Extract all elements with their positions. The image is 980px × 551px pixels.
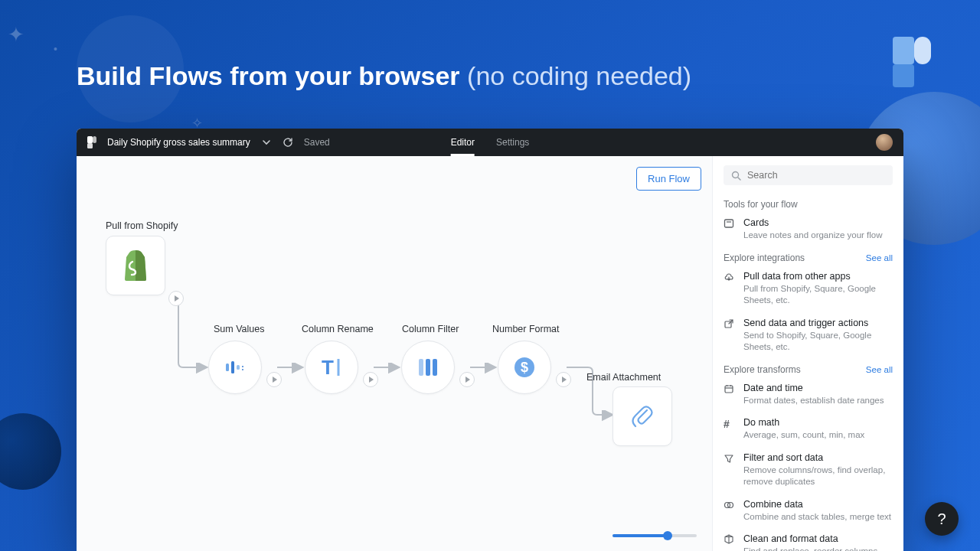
node-label-sum: Sum Values [214,324,264,334]
search-box[interactable] [724,165,893,185]
node-email-attachment[interactable] [612,386,672,446]
item-do-math[interactable]: # Do mathAverage, sum, count, min, max [724,417,893,442]
sum-icon [222,354,248,380]
tools-sidebar: Tools for your flow CardsLeave notes and… [712,156,903,551]
node-output-handle[interactable] [363,372,378,387]
node-pull-shopify[interactable] [106,236,165,295]
node-column-filter[interactable] [401,341,455,394]
saved-status: Saved [304,137,330,148]
node-label-pull: Pull from Shopify [106,220,178,231]
svg-rect-8 [237,365,240,370]
svg-rect-13 [419,359,423,376]
section-integrations: Explore integrationsSee all [724,253,893,263]
sparkle-icon: • [54,43,57,55]
page-headline: Build Flows from your browser (no coding… [77,61,691,91]
svg-text:T: T [322,356,334,379]
calendar-icon [724,383,736,407]
headline-main: Build Flows from your browser [77,61,460,90]
node-label-rename: Column Rename [302,324,374,334]
svg-point-18 [733,171,739,178]
search-icon [731,171,741,181]
download-cloud-icon [724,271,736,307]
app-window: Daily Shopify gross sales summary Saved … [77,129,903,551]
node-output-handle[interactable] [168,291,184,306]
item-filter-sort[interactable]: Filter and sort dataRemove columns/rows,… [724,452,893,488]
flow-title: Daily Shopify gross sales summary [107,137,250,148]
svg-rect-6 [226,364,229,371]
flow-canvas[interactable]: Run Flow Pull from Shopify Sum Values [77,156,712,551]
svg-rect-10 [242,369,243,370]
text-rename-icon: T [318,354,345,380]
node-label-number: Number Format [492,324,560,334]
svg-rect-0 [893,37,914,64]
tab-settings[interactable]: Settings [496,129,529,156]
node-output-handle[interactable] [556,372,571,387]
dollar-icon: $ [511,354,537,380]
node-label-email: Email Attachment [586,372,661,383]
svg-rect-1 [914,37,931,64]
section-tools: Tools for your flow [724,199,893,210]
app-logo-icon [87,136,96,148]
item-clean-format[interactable]: Clean and format dataFind and replace, r… [724,533,893,551]
item-send-data[interactable]: Send data and trigger actionsSend to Sho… [724,318,893,354]
card-icon [724,217,736,242]
tab-editor[interactable]: Editor [451,129,475,156]
refresh-icon[interactable] [283,137,293,148]
zoom-slider[interactable] [612,534,697,537]
cube-icon [724,533,736,551]
see-all-integrations[interactable]: See all [866,253,893,262]
item-date-time[interactable]: Date and timeFormat dates, establish dat… [724,383,893,407]
node-sum-values[interactable] [208,341,262,394]
avatar[interactable] [876,134,893,151]
parabola-logo [893,37,931,90]
combine-icon [724,499,736,523]
svg-rect-9 [242,366,243,367]
section-transforms: Explore transformsSee all [724,364,893,375]
node-output-handle[interactable] [459,372,475,387]
svg-text:$: $ [521,360,528,375]
search-input[interactable] [747,170,885,181]
svg-line-19 [738,178,740,180]
svg-rect-3 [87,136,93,143]
svg-rect-14 [426,359,430,376]
svg-rect-15 [433,359,437,376]
run-flow-button[interactable]: Run Flow [636,167,701,191]
paperclip-icon [632,404,653,429]
item-cards[interactable]: CardsLeave notes and organize your flow [724,217,893,242]
help-button[interactable]: ? [925,502,959,536]
svg-rect-5 [87,143,93,148]
hash-icon: # [724,417,736,442]
item-pull-data[interactable]: Pull data from other appsPull from Shopi… [724,271,893,307]
external-link-icon [724,318,736,354]
workspace: Run Flow Pull from Shopify Sum Values [77,156,903,551]
columns-icon [415,354,441,380]
node-number-format[interactable]: $ [498,341,551,394]
node-output-handle[interactable] [266,372,282,387]
item-combine[interactable]: Combine dataCombine and stack tables, me… [724,499,893,523]
shopify-icon [121,249,150,282]
node-column-rename[interactable]: T [305,341,358,394]
header-tabs: Editor Settings [451,129,530,156]
app-bar: Daily Shopify gross sales summary Saved … [77,129,903,156]
headline-sub: (no coding needed) [467,61,691,90]
sparkle-icon: ✦ [8,23,24,47]
decorative-planet-dark [0,413,61,490]
svg-rect-2 [893,64,914,87]
svg-rect-4 [93,136,96,143]
svg-rect-7 [231,361,234,373]
node-label-filter: Column Filter [402,324,459,334]
svg-rect-23 [725,386,733,393]
svg-rect-20 [725,220,733,227]
see-all-transforms[interactable]: See all [866,365,893,374]
funnel-icon [724,452,736,488]
chevron-down-icon[interactable] [261,137,272,148]
